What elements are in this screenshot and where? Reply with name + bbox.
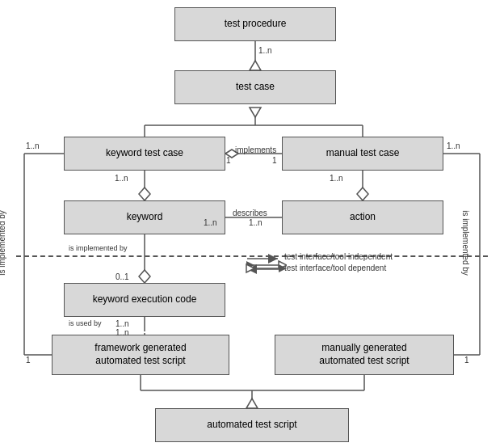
action-box: action (282, 200, 443, 234)
test-case-box: test case (174, 70, 336, 104)
framework-generated-label: framework generated automated test scrip… (94, 342, 186, 367)
label-1n-mtc-action: 1..n (330, 174, 343, 183)
automated-test-script-label: automated test script (207, 419, 296, 432)
manual-test-case-box: manual test case (282, 137, 443, 171)
label-1n-proc-case: 1..n (258, 46, 272, 55)
label-1n-describes-left: 1..n (204, 218, 217, 227)
manually-generated-box: manually generated automated test script (275, 335, 454, 375)
label-is-implemented-by-left: is implemented by (0, 210, 6, 276)
label-1n-outer-right-top: 1..n (447, 141, 460, 150)
label-1-mg-right: 1 (464, 356, 469, 365)
label-1n-describes-right: 1..n (249, 218, 262, 227)
label-0-1: 0..1 (116, 272, 129, 281)
label-implements: implements (235, 145, 276, 154)
svg-marker-17 (139, 188, 150, 200)
label-1-fw-left: 1 (26, 356, 31, 365)
framework-generated-box: framework generated automated test scrip… (52, 335, 229, 375)
keyword-execution-code-label: keyword execution code (93, 293, 197, 306)
keyword-test-case-box: keyword test case (64, 137, 225, 171)
action-label: action (350, 211, 376, 224)
svg-marker-13 (250, 108, 261, 117)
test-procedure-label: test procedure (225, 18, 287, 31)
label-1n-used-left: 1..n (116, 319, 129, 328)
label-describes: describes (233, 209, 267, 217)
manually-generated-label: manually generated automated test script (319, 342, 409, 367)
label-1n-ktc-kw: 1..n (115, 174, 128, 183)
label-1n-outer-left-top: 1..n (26, 141, 40, 150)
keyword-box: keyword (64, 200, 225, 234)
label-is-used-by: is used by (69, 319, 102, 327)
label-tool-independent: test interface/tool independent (284, 252, 393, 261)
test-case-label: test case (236, 81, 275, 94)
svg-marker-38 (246, 399, 258, 408)
label-is-implemented-by-kw: is implemented by (69, 244, 128, 252)
label-is-implemented-by-right: is implemented by (461, 210, 470, 276)
label-tool-dependent: test interface/tool dependent (284, 264, 386, 272)
label-1n-used-right: 1..n (116, 328, 129, 337)
uml-diagram: test procedure test case keyword test ca… (0, 0, 504, 447)
label-1-implements-right: 1 (272, 156, 277, 165)
keyword-test-case-label: keyword test case (106, 147, 183, 160)
test-procedure-box: test procedure (174, 7, 336, 41)
keyword-label: keyword (127, 211, 163, 224)
label-1-implements-left: 1 (226, 156, 231, 165)
svg-marker-45 (246, 264, 254, 272)
svg-marker-46 (279, 264, 287, 272)
svg-marker-8 (250, 61, 261, 70)
keyword-execution-code-box: keyword execution code (64, 283, 225, 317)
svg-marker-19 (357, 188, 368, 200)
automated-test-script-box: automated test script (155, 408, 349, 442)
manual-test-case-label: manual test case (326, 147, 400, 160)
svg-marker-30 (139, 270, 150, 283)
